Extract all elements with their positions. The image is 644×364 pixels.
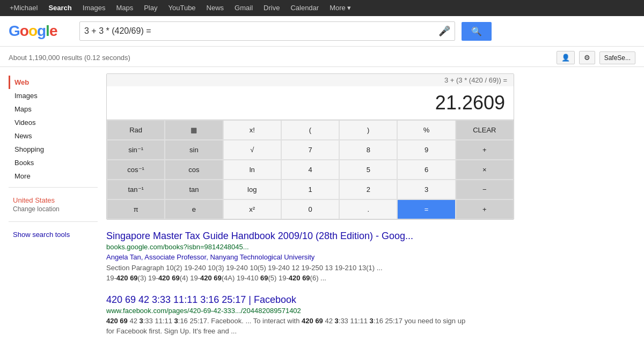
- calc-btn-9[interactable]: 9: [397, 140, 455, 160]
- calc-buttons: Rad ▦ x! ( ) % CLEAR sin⁻¹ sin √ 7 8 9 +…: [107, 120, 514, 219]
- calc-btn-plus-top[interactable]: +: [456, 140, 514, 160]
- calc-btn-close-paren[interactable]: ): [339, 120, 397, 140]
- result-url: www.facebook.com/pages/420-69-42-333.../…: [106, 307, 471, 315]
- calc-btn-tan[interactable]: tan: [165, 180, 223, 199]
- calc-btn-1[interactable]: 1: [281, 180, 339, 199]
- calc-btn-6[interactable]: 6: [397, 160, 455, 180]
- sidebar-tab-images[interactable]: Images: [9, 89, 98, 102]
- topbar-news[interactable]: News: [202, 0, 229, 16]
- topbar: +Michael Search Images Maps Play YouTube…: [0, 0, 644, 16]
- calc-btn-grid[interactable]: ▦: [165, 120, 223, 140]
- result-snippet: 420 69 42 3:33 11:11 3:16 25:17. Faceboo…: [106, 316, 471, 337]
- search-results: Singapore Master Tax Guide Handbook 2009…: [106, 231, 635, 337]
- calc-btn-pi[interactable]: π: [107, 199, 165, 219]
- calc-btn-open-paren[interactable]: (: [281, 120, 339, 140]
- sidebar-search-tools[interactable]: Show search tools: [9, 226, 98, 239]
- topbar-gmail[interactable]: Gmail: [230, 0, 257, 16]
- search-button[interactable]: 🔍: [462, 22, 492, 41]
- result-url: books.google.com/books?isbn=9814248045..…: [106, 243, 471, 251]
- calc-btn-log[interactable]: log: [223, 180, 281, 199]
- calc-btn-arcsin[interactable]: sin⁻¹: [107, 140, 165, 160]
- sidebar-tab-maps[interactable]: Maps: [9, 102, 98, 116]
- calc-btn-2[interactable]: 2: [339, 180, 397, 199]
- searchbar-row: Google 🎤 🔍: [0, 16, 644, 47]
- results-info-row: About 1,190,000 results (0.12 seconds) 👤…: [0, 47, 644, 67]
- google-logo[interactable]: Google: [9, 23, 73, 40]
- content-area: 3 + (3 * (420 / 69)) = 21.2609 Rad ▦ x! …: [98, 67, 644, 354]
- result-link[interactable]: 420 69 42 3:33 11:11 3:16 25:17 | Facebo…: [106, 294, 296, 305]
- account-icon-btn[interactable]: 👤: [557, 51, 575, 64]
- calc-btn-rad[interactable]: Rad: [107, 120, 165, 140]
- result-title: 420 69 42 3:33 11:11 3:16 25:17 | Facebo…: [106, 294, 471, 306]
- sidebar: Web Images Maps Videos News Shopping Boo…: [0, 67, 98, 354]
- sidebar-tab-news[interactable]: News: [9, 129, 98, 143]
- safesearch-btn[interactable]: SafeSe...: [599, 51, 635, 64]
- result-author: Angela Tan, Associate Professor, Nanyang…: [106, 252, 471, 263]
- sidebar-divider: [9, 187, 98, 188]
- calc-btn-e[interactable]: e: [165, 199, 223, 219]
- search-box[interactable]: 🎤: [79, 21, 455, 41]
- calc-btn-minus[interactable]: −: [456, 180, 514, 199]
- calc-btn-0[interactable]: 0: [281, 199, 339, 219]
- calc-btn-8[interactable]: 8: [339, 140, 397, 160]
- results-toolbar: 👤 ⚙ SafeSe...: [557, 51, 635, 64]
- calc-display: 21.2609: [107, 86, 514, 120]
- result-link[interactable]: Singapore Master Tax Guide Handbook 2009…: [106, 231, 413, 241]
- calc-btn-plus-bottom[interactable]: +: [456, 199, 514, 219]
- calc-btn-dot[interactable]: .: [339, 199, 397, 219]
- sidebar-tab-web[interactable]: Web: [9, 76, 98, 89]
- calc-btn-equals[interactable]: =: [397, 199, 455, 219]
- calc-btn-clear[interactable]: CLEAR: [456, 120, 514, 140]
- sidebar-tab-shopping[interactable]: Shopping: [9, 143, 98, 156]
- calc-btn-sin[interactable]: sin: [165, 140, 223, 160]
- topbar-search[interactable]: Search: [44, 0, 76, 16]
- calc-btn-factorial[interactable]: x!: [223, 120, 281, 140]
- result-item: Singapore Master Tax Guide Handbook 2009…: [106, 231, 471, 284]
- calc-btn-5[interactable]: 5: [339, 160, 397, 180]
- topbar-youtube[interactable]: YouTube: [164, 0, 200, 16]
- result-item: 420 69 42 3:33 11:11 3:16 25:17 | Facebo…: [106, 294, 471, 337]
- sidebar-change-location[interactable]: Change location: [9, 205, 98, 217]
- results-count: About 1,190,000 results (0.12 seconds): [9, 54, 130, 62]
- calc-btn-3[interactable]: 3: [397, 180, 455, 199]
- topbar-play[interactable]: Play: [140, 0, 162, 16]
- calc-btn-multiply[interactable]: ×: [456, 160, 514, 180]
- search-input[interactable]: [84, 26, 438, 36]
- calc-btn-sqrt[interactable]: √: [223, 140, 281, 160]
- calc-btn-cos[interactable]: cos: [165, 160, 223, 180]
- calc-btn-xsquared[interactable]: x²: [223, 199, 281, 219]
- sidebar-location[interactable]: United States: [9, 192, 98, 205]
- calc-btn-percent[interactable]: %: [397, 120, 455, 140]
- topbar-user[interactable]: +Michael: [5, 0, 42, 16]
- settings-icon-btn[interactable]: ⚙: [579, 51, 595, 64]
- topbar-more[interactable]: More ▾: [325, 0, 355, 16]
- calc-expression: 3 + (3 * (420 / 69)) =: [107, 74, 514, 86]
- calc-btn-arccos[interactable]: cos⁻¹: [107, 160, 165, 180]
- sidebar-tab-books[interactable]: Books: [9, 156, 98, 169]
- sidebar-tab-videos[interactable]: Videos: [9, 116, 98, 129]
- sidebar-divider2: [9, 221, 98, 222]
- mic-icon[interactable]: 🎤: [438, 25, 450, 37]
- calc-btn-7[interactable]: 7: [281, 140, 339, 160]
- result-snippet: Section Paragraph 10(2) 19-240 10(3) 19-…: [106, 263, 471, 284]
- topbar-images[interactable]: Images: [78, 0, 110, 16]
- topbar-maps[interactable]: Maps: [112, 0, 137, 16]
- topbar-calendar[interactable]: Calendar: [286, 0, 323, 16]
- calculator: 3 + (3 * (420 / 69)) = 21.2609 Rad ▦ x! …: [106, 73, 514, 220]
- result-title: Singapore Master Tax Guide Handbook 2009…: [106, 231, 471, 242]
- calc-btn-ln[interactable]: ln: [223, 160, 281, 180]
- main-layout: Web Images Maps Videos News Shopping Boo…: [0, 67, 644, 354]
- sidebar-tab-more[interactable]: More: [9, 169, 98, 183]
- calc-btn-arctan[interactable]: tan⁻¹: [107, 180, 165, 199]
- topbar-drive[interactable]: Drive: [259, 0, 284, 16]
- calc-btn-4[interactable]: 4: [281, 160, 339, 180]
- search-icon: 🔍: [471, 27, 482, 36]
